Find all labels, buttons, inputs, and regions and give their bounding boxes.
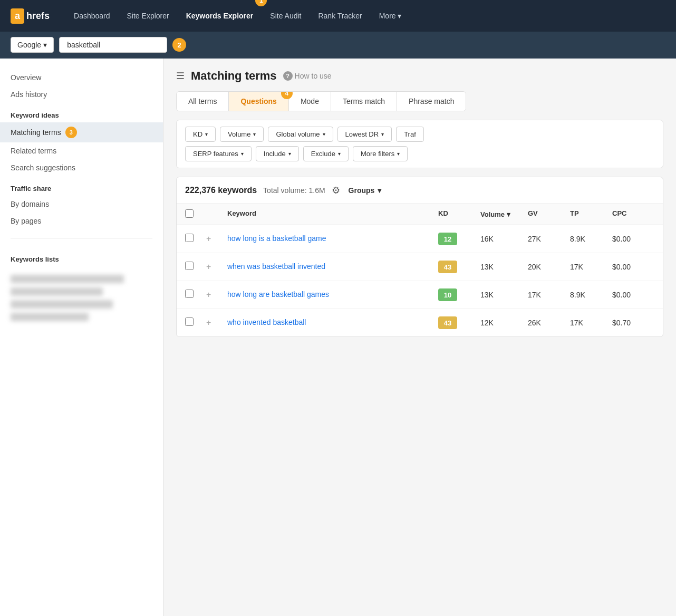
row3-keyword[interactable]: how long are basketball games <box>227 290 329 299</box>
row1-checkbox[interactable] <box>185 234 206 244</box>
row4-tp: 17K <box>570 319 612 327</box>
row2-checkbox[interactable] <box>185 262 206 272</box>
nav-site-audit[interactable]: Site Audit <box>262 0 310 32</box>
sidebar-section-keywords-lists: Keywords lists <box>0 247 163 266</box>
row4-checkbox[interactable] <box>185 317 206 328</box>
col-gv-header: GV <box>528 209 570 219</box>
row2-gv: 20K <box>528 263 570 271</box>
top-nav: a hrefs Dashboard Site Explorer Keywords… <box>0 0 676 32</box>
col-cpc-header: CPC <box>612 209 654 219</box>
sidebar-item-ads-history[interactable]: Ads history <box>0 86 163 103</box>
row4-gv: 26K <box>528 319 570 327</box>
tune-icon[interactable]: ⚙ <box>332 185 340 196</box>
row4-keyword[interactable]: who invented basketball <box>227 318 306 326</box>
keywords-lists-blurred <box>0 266 163 330</box>
filter-include[interactable]: Include ▾ <box>256 146 299 161</box>
exclude-arrow-icon: ▾ <box>338 151 341 157</box>
row2-kd-badge: 43 <box>438 261 457 273</box>
table-row: + who invented basketball 43 12K 26K 17K… <box>177 309 663 336</box>
filter-volume[interactable]: Volume ▾ <box>220 127 264 142</box>
engine-select[interactable]: Google ▾ <box>11 37 54 53</box>
serp-arrow-icon: ▾ <box>241 151 244 157</box>
help-icon: ? <box>283 71 293 81</box>
sidebar-divider <box>11 238 152 238</box>
col-keyword-header: Keyword <box>227 209 438 219</box>
row1-gv: 27K <box>528 235 570 243</box>
row2-add-btn[interactable]: + <box>206 262 227 272</box>
page-title: Matching terms <box>191 69 277 83</box>
filter-more-filters[interactable]: More filters ▾ <box>353 146 408 161</box>
table-row: + how long is a basketball game 12 16K 2… <box>177 225 663 253</box>
filter-global-volume[interactable]: Global volume ▾ <box>268 127 333 142</box>
row3-kd-badge: 10 <box>438 288 457 301</box>
tab-terms-match[interactable]: Terms match <box>331 92 397 111</box>
sidebar-item-by-domains[interactable]: By domains <box>0 196 163 213</box>
sidebar-item-by-pages[interactable]: By pages <box>0 213 163 229</box>
keywords-table: Keyword KD Volume ▾ GV TP CPC + how long… <box>177 204 663 336</box>
nav-rank-tracker[interactable]: Rank Tracker <box>310 0 370 32</box>
row1-volume: 16K <box>480 235 528 243</box>
logo[interactable]: a hrefs <box>11 8 50 24</box>
row3-tp: 8.9K <box>570 291 612 299</box>
how-to-use-link[interactable]: ? How to use <box>283 71 332 81</box>
main-layout: Overview Ads history Keyword ideas Match… <box>0 59 676 616</box>
row4-cpc: $0.70 <box>612 319 654 327</box>
row4-volume: 12K <box>480 319 528 327</box>
volume-arrow-icon: ▾ <box>253 131 256 137</box>
tab-phrase-match[interactable]: Phrase match <box>397 92 466 111</box>
page-header: ☰ Matching terms ? How to use <box>176 69 663 83</box>
row1-add-btn[interactable]: + <box>206 234 227 244</box>
filter-lowest-dr[interactable]: Lowest DR ▾ <box>337 127 392 142</box>
row3-checkbox[interactable] <box>185 290 206 300</box>
row2-keyword[interactable]: when was basketball invented <box>227 262 325 271</box>
sidebar-section-traffic-share: Traffic share <box>0 176 163 196</box>
results-section: 222,376 keywords Total volume: 1.6M ⚙ Gr… <box>176 177 663 337</box>
hamburger-icon[interactable]: ☰ <box>176 70 185 82</box>
results-count: 222,376 keywords <box>185 186 257 195</box>
filter-exclude[interactable]: Exclude ▾ <box>303 146 349 161</box>
results-header: 222,376 keywords Total volume: 1.6M ⚙ Gr… <box>177 177 663 204</box>
nav-links: Dashboard Site Explorer Keywords Explore… <box>65 0 665 32</box>
row3-add-btn[interactable]: + <box>206 290 227 300</box>
sidebar-section-keyword-ideas: Keyword ideas <box>0 103 163 122</box>
filters-section: KD ▾ Volume ▾ Global volume ▾ Lowest DR … <box>176 120 663 168</box>
search-bar: Google ▾ 2 <box>0 32 676 59</box>
filter-traf[interactable]: Traf <box>396 127 424 142</box>
groups-button[interactable]: Groups ▾ <box>349 186 382 195</box>
tab-mode[interactable]: Mode <box>289 92 331 111</box>
sidebar-item-related-terms[interactable]: Related terms <box>0 142 163 159</box>
row4-add-btn[interactable]: + <box>206 318 227 328</box>
row1-kd-badge: 12 <box>438 233 457 245</box>
sidebar-item-matching-terms[interactable]: Matching terms 3 <box>0 122 163 142</box>
search-input[interactable] <box>59 37 167 53</box>
tab-questions[interactable]: Questions 4 <box>229 92 288 111</box>
nav-keywords-explorer[interactable]: Keywords Explorer 1 <box>178 0 262 32</box>
tab-all-terms[interactable]: All terms <box>177 92 229 111</box>
include-arrow-icon: ▾ <box>288 151 291 157</box>
filter-row-2: SERP features ▾ Include ▾ Exclude ▾ More… <box>185 146 654 161</box>
row2-volume: 13K <box>480 263 528 271</box>
row2-tp: 17K <box>570 263 612 271</box>
nav-dashboard[interactable]: Dashboard <box>65 0 119 32</box>
filter-serp-features[interactable]: SERP features ▾ <box>185 146 252 161</box>
row1-keyword[interactable]: how long is a basketball game <box>227 234 326 243</box>
col-kd-header: KD <box>438 209 480 219</box>
table-row: + how long are basketball games 10 13K 1… <box>177 281 663 309</box>
sidebar: Overview Ads history Keyword ideas Match… <box>0 59 163 616</box>
logo-letter: a <box>11 8 24 24</box>
row1-cpc: $0.00 <box>612 235 654 243</box>
nav-more[interactable]: More ▾ <box>371 0 410 32</box>
row2-cpc: $0.00 <box>612 263 654 271</box>
ldr-arrow-icon: ▾ <box>381 131 384 137</box>
search-badge-2: 2 <box>172 38 186 52</box>
sidebar-item-overview[interactable]: Overview <box>0 69 163 86</box>
select-all-checkbox[interactable] <box>185 209 194 218</box>
sidebar-item-search-suggestions[interactable]: Search suggestions <box>0 159 163 176</box>
table-header: Keyword KD Volume ▾ GV TP CPC <box>177 204 663 225</box>
table-row: + when was basketball invented 43 13K 20… <box>177 253 663 281</box>
nav-site-explorer[interactable]: Site Explorer <box>119 0 178 32</box>
row3-gv: 17K <box>528 291 570 299</box>
gv-arrow-icon: ▾ <box>323 131 325 137</box>
col-volume-header[interactable]: Volume ▾ <box>480 209 528 219</box>
filter-kd[interactable]: KD ▾ <box>185 127 216 142</box>
